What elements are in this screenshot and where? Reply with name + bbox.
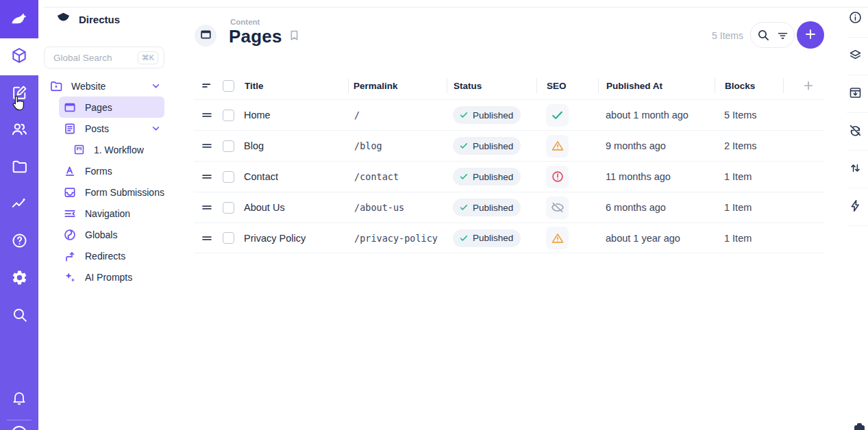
nav-item-label: Website bbox=[71, 81, 106, 92]
inbox-icon bbox=[63, 186, 77, 199]
rabbit-logo-icon bbox=[9, 8, 29, 31]
check-icon bbox=[459, 203, 469, 212]
status-badge: Published bbox=[453, 137, 521, 155]
seo-status-icon bbox=[546, 135, 569, 157]
nav-item-form-submissions[interactable]: Form Submissions bbox=[38, 181, 171, 203]
sidebar-layout-button[interactable] bbox=[847, 38, 868, 75]
drag-handle-icon[interactable] bbox=[194, 232, 219, 244]
window-icon bbox=[199, 28, 212, 44]
bell-icon bbox=[11, 390, 27, 409]
module-files[interactable] bbox=[0, 149, 38, 186]
column-header-status[interactable]: Status bbox=[447, 72, 536, 99]
project-name: Directus bbox=[79, 14, 120, 25]
search-filter-group bbox=[750, 22, 795, 48]
column-header-title[interactable]: Title bbox=[239, 72, 348, 99]
module-search[interactable] bbox=[0, 297, 38, 334]
text-input-icon bbox=[63, 164, 77, 178]
notifications-button[interactable] bbox=[0, 384, 38, 414]
add-item-button[interactable] bbox=[797, 21, 824, 49]
search-icon[interactable] bbox=[756, 28, 770, 42]
global-search-input[interactable]: Global Search ⌘K bbox=[44, 47, 164, 68]
column-header-published-at[interactable]: Published At bbox=[598, 72, 715, 99]
project-logo-icon bbox=[55, 10, 71, 29]
manual-sort-icon[interactable] bbox=[194, 72, 219, 99]
module-settings[interactable] bbox=[0, 260, 38, 297]
row-checkbox[interactable] bbox=[223, 140, 234, 152]
nav-item-navigation[interactable]: Navigation bbox=[38, 203, 171, 224]
table-row[interactable]: Blog /blog Published 9 months ago 2 Item… bbox=[194, 130, 825, 161]
help-icon bbox=[11, 232, 28, 252]
table-row[interactable]: Home / Published about 1 month ago 5 Ite… bbox=[194, 99, 825, 130]
sidebar-sync-off-button[interactable] bbox=[847, 113, 868, 151]
row-checkbox[interactable] bbox=[223, 232, 234, 244]
nav-item-pages[interactable]: Pages bbox=[59, 97, 164, 118]
row-checkbox[interactable] bbox=[223, 171, 234, 183]
sidebar-archive-button[interactable] bbox=[847, 75, 868, 113]
nav-item-workflow[interactable]: 1. Workflow bbox=[38, 139, 171, 160]
sidebar-import-export-button[interactable] bbox=[847, 151, 868, 188]
nav-item-website[interactable]: Website bbox=[38, 75, 171, 97]
column-header-permalink[interactable]: Permalink bbox=[348, 72, 447, 99]
sidebar-info-button[interactable] bbox=[847, 0, 868, 38]
module-users[interactable] bbox=[0, 112, 38, 149]
project-header[interactable]: Directus bbox=[38, 0, 171, 38]
search-icon bbox=[11, 306, 28, 326]
chevron-down-icon[interactable] bbox=[150, 123, 162, 134]
check-icon bbox=[459, 141, 469, 151]
cell-permalink: /privacy-policy bbox=[348, 233, 447, 244]
check-icon bbox=[459, 110, 469, 120]
document-icon bbox=[63, 122, 77, 136]
nav-item-label: Pages bbox=[85, 102, 112, 113]
nav-item-label: 1. Workflow bbox=[94, 144, 144, 155]
cell-blocks: 1 Item bbox=[715, 202, 783, 213]
sidebar-flows-button[interactable] bbox=[847, 188, 868, 226]
cell-published-at: 9 months ago bbox=[598, 140, 715, 151]
cell-title: About Us bbox=[239, 202, 348, 213]
add-column-button[interactable] bbox=[783, 72, 825, 99]
sidebar-partial-icon bbox=[854, 425, 865, 430]
module-help[interactable] bbox=[0, 223, 38, 260]
status-badge: Published bbox=[453, 106, 521, 124]
table-row[interactable]: Privacy Policy /privacy-policy Published… bbox=[194, 223, 825, 253]
nav-item-forms[interactable]: Forms bbox=[38, 160, 171, 181]
row-checkbox[interactable] bbox=[223, 202, 234, 214]
drag-handle-icon[interactable] bbox=[194, 140, 219, 152]
bookmark-icon[interactable] bbox=[288, 29, 301, 42]
sparkles-icon bbox=[63, 270, 77, 284]
seo-status-icon bbox=[546, 104, 569, 127]
import-export-icon bbox=[848, 161, 863, 178]
nav-item-posts[interactable]: Posts bbox=[38, 118, 171, 139]
check-icon bbox=[459, 172, 469, 181]
select-all-checkbox[interactable] bbox=[223, 80, 234, 92]
module-insights[interactable] bbox=[0, 186, 38, 223]
nav-item-redirects[interactable]: Redirects bbox=[38, 245, 171, 266]
table-row[interactable]: About Us /about-us Published 6 months ag… bbox=[194, 192, 825, 223]
cell-title: Privacy Policy bbox=[239, 233, 348, 244]
nav-item-ai-prompts[interactable]: AI Prompts bbox=[38, 266, 171, 288]
table-row[interactable]: Contact /contact Published 11 months ago… bbox=[194, 161, 825, 192]
module-editor[interactable] bbox=[0, 75, 38, 112]
drag-handle-icon[interactable] bbox=[194, 170, 219, 183]
drag-handle-icon[interactable] bbox=[194, 201, 219, 214]
edit-icon bbox=[11, 84, 28, 104]
cell-blocks: 1 Item bbox=[715, 171, 783, 182]
redirect-arrow-icon bbox=[63, 249, 77, 263]
cell-blocks: 1 Item bbox=[715, 233, 783, 244]
collection-nav: Website Pages Posts 1. Workflow bbox=[38, 75, 171, 288]
table-header-row: Title Permalink Status SEO Published At … bbox=[194, 72, 825, 99]
directus-logo-button[interactable] bbox=[0, 0, 38, 38]
row-checkbox[interactable] bbox=[223, 110, 234, 121]
chevron-down-icon[interactable] bbox=[150, 80, 162, 92]
column-header-blocks[interactable]: Blocks bbox=[715, 72, 783, 99]
menu-open-icon bbox=[63, 207, 77, 220]
module-content[interactable] bbox=[0, 38, 38, 75]
filter-icon[interactable] bbox=[776, 29, 789, 42]
user-avatar[interactable] bbox=[12, 426, 27, 430]
column-header-seo[interactable]: SEO bbox=[536, 72, 598, 99]
archive-down-icon bbox=[848, 86, 863, 103]
nav-item-globals[interactable]: Globals bbox=[38, 224, 171, 245]
breadcrumb[interactable]: Content bbox=[230, 18, 260, 26]
window-icon bbox=[63, 101, 77, 114]
gear-icon bbox=[11, 269, 28, 289]
drag-handle-icon[interactable] bbox=[194, 109, 219, 121]
